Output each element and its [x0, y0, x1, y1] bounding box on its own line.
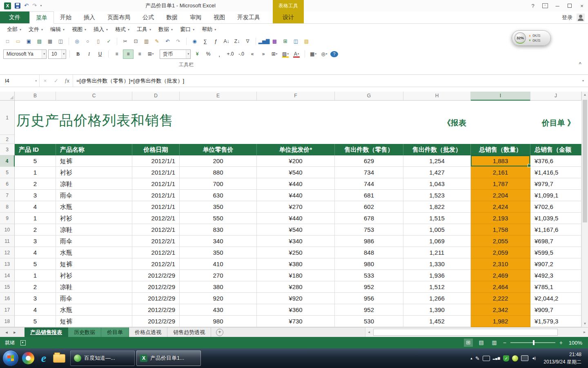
accounting-style-icon[interactable]: ¥ [192, 50, 202, 58]
menu-help[interactable]: 帮助▾ [198, 24, 220, 35]
cell[interactable]: 2012/1/1 [132, 190, 180, 201]
export-excel-icon[interactable]: ▤ [35, 37, 44, 46]
help-icon[interactable]: ? [330, 51, 338, 57]
cell[interactable]: 2,469 [471, 270, 530, 281]
column-header-i[interactable]: I [471, 92, 530, 101]
browser-360-icon[interactable] [22, 352, 34, 364]
cell[interactable]: 1,787 [471, 178, 530, 190]
fill-color-icon[interactable]: ▨▾ [281, 50, 290, 58]
row-header-14[interactable]: 14 [0, 270, 15, 281]
row-header-13[interactable]: 13 [0, 258, 15, 270]
row-header-6[interactable]: 6 [0, 178, 15, 190]
open-icon[interactable]: ▭ [14, 37, 22, 46]
table-header-cell[interactable]: 总销售（金额 [530, 144, 581, 155]
cell[interactable]: 1,758 [471, 224, 530, 236]
scroll-left-icon[interactable]: ◄ [365, 330, 372, 334]
cell[interactable]: 550 [180, 213, 257, 224]
merge-center-icon[interactable]: ⊞▾ [146, 50, 156, 58]
chevron-down-icon[interactable]: ▾ [186, 50, 190, 58]
print-preview-icon[interactable]: ◫ [56, 37, 65, 46]
cell[interactable]: 1,043 [403, 178, 471, 190]
column-header-d[interactable]: D [132, 92, 180, 101]
tab-page-layout[interactable]: 页面布局 [101, 11, 136, 23]
cell[interactable]: ¥1,167,6 [530, 224, 581, 236]
cell[interactable]: 2012/2/29 [132, 316, 180, 327]
cell[interactable]: 2,161 [471, 167, 530, 178]
touch-keyboard-icon[interactable] [483, 356, 490, 361]
taskbar-button-1[interactable]: X产品价目单1... [136, 350, 201, 366]
cell[interactable]: 衬衫 [56, 270, 132, 281]
normal-view-icon[interactable]: ⊞ [464, 339, 473, 347]
cell[interactable]: 2012/1/1 [132, 178, 180, 190]
hscroll-thumb[interactable] [373, 329, 558, 336]
table-header-cell[interactable]: 单位批发价* [257, 144, 335, 155]
cell[interactable]: ¥702,6 [530, 201, 581, 213]
zoom-in-icon[interactable]: + [559, 339, 563, 346]
tab-view[interactable]: 视图 [207, 11, 231, 23]
cell[interactable]: 1,523 [403, 190, 471, 201]
insert-function-icon[interactable]: ƒ [212, 37, 220, 46]
name-box[interactable]: I4▾ [0, 75, 40, 87]
spell-check-icon[interactable]: ✓ [105, 37, 113, 46]
save-icon[interactable]: ▣ [24, 37, 33, 46]
decrease-decimal-icon[interactable]: -.0 [236, 50, 246, 58]
cell[interactable]: 2012/2/1 [132, 213, 180, 224]
row-header-11[interactable]: 11 [0, 236, 15, 247]
cell[interactable]: 2 [15, 178, 56, 190]
sort-ascending-icon[interactable]: A↓ [222, 37, 231, 46]
increase-decimal-icon[interactable]: +.0 [225, 50, 235, 58]
cell[interactable]: ¥200 [257, 155, 335, 167]
cell[interactable]: 1,266 [403, 293, 471, 304]
cell[interactable]: 4 [15, 247, 56, 258]
cell[interactable]: 凉鞋 [56, 224, 132, 236]
close-icon[interactable]: × [576, 0, 588, 11]
cell[interactable]: ¥730 [257, 316, 335, 327]
cell[interactable]: 2012/2/1 [132, 247, 180, 258]
cell[interactable]: ¥909,7 [530, 304, 581, 316]
undo-icon[interactable]: ↶ [24, 3, 29, 9]
cell[interactable]: 700 [180, 178, 257, 190]
hscroll-track[interactable] [372, 328, 581, 337]
column-header-h[interactable]: H [403, 92, 471, 101]
row-header-1[interactable]: 1 [0, 101, 15, 135]
cell[interactable]: 衬衫 [56, 167, 132, 178]
row-header-16[interactable]: 16 [0, 293, 15, 304]
cell[interactable]: 270 [180, 270, 257, 281]
sheet-tab-0[interactable]: 产品销售报表 [24, 328, 68, 337]
insert-table-icon[interactable]: ⊞ [281, 37, 290, 46]
row-header-7[interactable]: 7 [0, 190, 15, 201]
chevron-down-icon[interactable]: ▾ [35, 79, 39, 83]
cell[interactable]: ¥540 [257, 167, 335, 178]
cell[interactable]: 水瓶 [56, 201, 132, 213]
cell[interactable]: 雨伞 [56, 293, 132, 304]
cell[interactable]: 681 [335, 190, 403, 201]
cell[interactable]: ¥920 [257, 293, 335, 304]
stylus-icon[interactable]: ✎ [475, 355, 480, 361]
zoom-slider-thumb[interactable] [533, 340, 535, 345]
zoom-level[interactable]: 100% [567, 340, 582, 346]
select-all-corner[interactable] [0, 92, 15, 101]
sheet-tab-3[interactable]: 价格点透视 [129, 328, 167, 337]
table-header-cell[interactable]: 产品名称 [56, 144, 132, 155]
tab-file[interactable]: 文件 [0, 11, 29, 23]
scroll-right-icon[interactable]: ► [581, 330, 588, 334]
cell[interactable]: 2 [15, 224, 56, 236]
menu-all[interactable]: 全部▾ [3, 24, 25, 35]
copy-icon[interactable]: ⊡ [131, 37, 140, 46]
comma-style-icon[interactable]: , [214, 50, 224, 58]
cell[interactable]: 2,310 [471, 258, 530, 270]
percent-style-icon[interactable]: % [203, 50, 213, 58]
internet-explorer-icon[interactable]: e [38, 352, 50, 364]
menu-format[interactable]: 格式▾ [111, 24, 133, 35]
cell[interactable]: ¥180 [257, 270, 335, 281]
table-header-cell[interactable]: 产品 ID [15, 144, 56, 155]
report-link[interactable]: 《报表 [443, 118, 466, 128]
tab-data[interactable]: 数据 [160, 11, 184, 23]
customize-quick-access-icon[interactable]: ▾ [40, 4, 42, 7]
cell[interactable]: 848 [335, 247, 403, 258]
cell[interactable]: 980 [335, 258, 403, 270]
scroll-up-icon[interactable]: ▲ [582, 92, 588, 98]
cell[interactable]: ¥979,7 [530, 178, 581, 190]
cell[interactable]: 530 [335, 316, 403, 327]
account-avatar-icon[interactable] [577, 13, 585, 22]
